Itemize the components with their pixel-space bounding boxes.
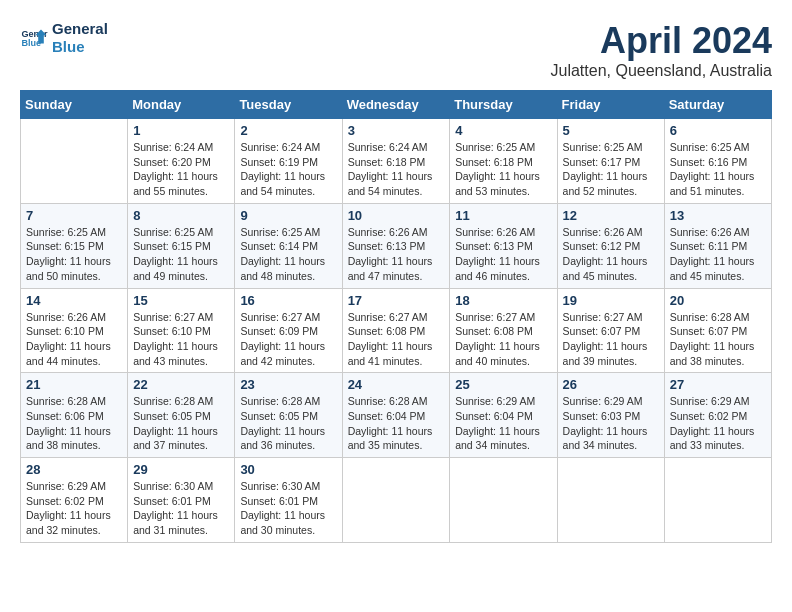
calendar-cell: 17Sunrise: 6:27 AM Sunset: 6:08 PM Dayli… (342, 288, 450, 373)
day-number: 14 (26, 293, 122, 308)
calendar-cell: 11Sunrise: 6:26 AM Sunset: 6:13 PM Dayli… (450, 203, 557, 288)
calendar-cell: 16Sunrise: 6:27 AM Sunset: 6:09 PM Dayli… (235, 288, 342, 373)
day-info: Sunrise: 6:24 AM Sunset: 6:20 PM Dayligh… (133, 140, 229, 199)
page-header: General Blue General Blue April 2024 Jul… (20, 20, 772, 80)
day-number: 8 (133, 208, 229, 223)
day-info: Sunrise: 6:28 AM Sunset: 6:05 PM Dayligh… (133, 394, 229, 453)
weekday-header-row: SundayMondayTuesdayWednesdayThursdayFrid… (21, 91, 772, 119)
svg-text:Blue: Blue (21, 38, 41, 48)
calendar-cell (664, 458, 771, 543)
calendar-cell: 6Sunrise: 6:25 AM Sunset: 6:16 PM Daylig… (664, 119, 771, 204)
day-info: Sunrise: 6:27 AM Sunset: 6:09 PM Dayligh… (240, 310, 336, 369)
day-info: Sunrise: 6:26 AM Sunset: 6:13 PM Dayligh… (455, 225, 551, 284)
day-info: Sunrise: 6:26 AM Sunset: 6:12 PM Dayligh… (563, 225, 659, 284)
logo: General Blue General Blue (20, 20, 108, 56)
day-info: Sunrise: 6:28 AM Sunset: 6:04 PM Dayligh… (348, 394, 445, 453)
calendar-week-3: 14Sunrise: 6:26 AM Sunset: 6:10 PM Dayli… (21, 288, 772, 373)
calendar-cell (557, 458, 664, 543)
day-number: 10 (348, 208, 445, 223)
calendar-cell: 8Sunrise: 6:25 AM Sunset: 6:15 PM Daylig… (128, 203, 235, 288)
day-info: Sunrise: 6:27 AM Sunset: 6:08 PM Dayligh… (455, 310, 551, 369)
calendar-cell (21, 119, 128, 204)
calendar-cell: 14Sunrise: 6:26 AM Sunset: 6:10 PM Dayli… (21, 288, 128, 373)
calendar-cell: 10Sunrise: 6:26 AM Sunset: 6:13 PM Dayli… (342, 203, 450, 288)
calendar-cell: 9Sunrise: 6:25 AM Sunset: 6:14 PM Daylig… (235, 203, 342, 288)
location: Julatten, Queensland, Australia (551, 62, 772, 80)
day-info: Sunrise: 6:24 AM Sunset: 6:19 PM Dayligh… (240, 140, 336, 199)
day-number: 27 (670, 377, 766, 392)
weekday-header-monday: Monday (128, 91, 235, 119)
day-info: Sunrise: 6:25 AM Sunset: 6:15 PM Dayligh… (133, 225, 229, 284)
day-info: Sunrise: 6:28 AM Sunset: 6:07 PM Dayligh… (670, 310, 766, 369)
day-number: 21 (26, 377, 122, 392)
calendar-cell: 22Sunrise: 6:28 AM Sunset: 6:05 PM Dayli… (128, 373, 235, 458)
calendar-cell: 28Sunrise: 6:29 AM Sunset: 6:02 PM Dayli… (21, 458, 128, 543)
day-number: 1 (133, 123, 229, 138)
day-number: 5 (563, 123, 659, 138)
calendar-cell: 26Sunrise: 6:29 AM Sunset: 6:03 PM Dayli… (557, 373, 664, 458)
day-number: 16 (240, 293, 336, 308)
logo-subtext: Blue (52, 38, 108, 56)
day-info: Sunrise: 6:25 AM Sunset: 6:14 PM Dayligh… (240, 225, 336, 284)
weekday-header-wednesday: Wednesday (342, 91, 450, 119)
logo-text: General (52, 20, 108, 38)
weekday-header-friday: Friday (557, 91, 664, 119)
day-info: Sunrise: 6:27 AM Sunset: 6:07 PM Dayligh… (563, 310, 659, 369)
day-info: Sunrise: 6:25 AM Sunset: 6:17 PM Dayligh… (563, 140, 659, 199)
calendar-cell: 18Sunrise: 6:27 AM Sunset: 6:08 PM Dayli… (450, 288, 557, 373)
day-number: 26 (563, 377, 659, 392)
day-number: 29 (133, 462, 229, 477)
day-number: 24 (348, 377, 445, 392)
day-number: 18 (455, 293, 551, 308)
calendar-cell: 7Sunrise: 6:25 AM Sunset: 6:15 PM Daylig… (21, 203, 128, 288)
day-number: 6 (670, 123, 766, 138)
calendar-cell: 3Sunrise: 6:24 AM Sunset: 6:18 PM Daylig… (342, 119, 450, 204)
calendar-week-5: 28Sunrise: 6:29 AM Sunset: 6:02 PM Dayli… (21, 458, 772, 543)
calendar-cell: 24Sunrise: 6:28 AM Sunset: 6:04 PM Dayli… (342, 373, 450, 458)
calendar-table: SundayMondayTuesdayWednesdayThursdayFrid… (20, 90, 772, 543)
calendar-cell: 19Sunrise: 6:27 AM Sunset: 6:07 PM Dayli… (557, 288, 664, 373)
day-number: 19 (563, 293, 659, 308)
day-number: 12 (563, 208, 659, 223)
day-info: Sunrise: 6:26 AM Sunset: 6:13 PM Dayligh… (348, 225, 445, 284)
logo-icon: General Blue (20, 24, 48, 52)
calendar-cell: 5Sunrise: 6:25 AM Sunset: 6:17 PM Daylig… (557, 119, 664, 204)
weekday-header-thursday: Thursday (450, 91, 557, 119)
calendar-cell: 13Sunrise: 6:26 AM Sunset: 6:11 PM Dayli… (664, 203, 771, 288)
weekday-header-saturday: Saturday (664, 91, 771, 119)
day-info: Sunrise: 6:29 AM Sunset: 6:04 PM Dayligh… (455, 394, 551, 453)
calendar-week-1: 1Sunrise: 6:24 AM Sunset: 6:20 PM Daylig… (21, 119, 772, 204)
day-info: Sunrise: 6:30 AM Sunset: 6:01 PM Dayligh… (240, 479, 336, 538)
day-number: 13 (670, 208, 766, 223)
day-number: 11 (455, 208, 551, 223)
day-number: 20 (670, 293, 766, 308)
day-number: 28 (26, 462, 122, 477)
calendar-cell: 27Sunrise: 6:29 AM Sunset: 6:02 PM Dayli… (664, 373, 771, 458)
calendar-week-2: 7Sunrise: 6:25 AM Sunset: 6:15 PM Daylig… (21, 203, 772, 288)
month-title: April 2024 (551, 20, 772, 62)
day-info: Sunrise: 6:27 AM Sunset: 6:10 PM Dayligh… (133, 310, 229, 369)
day-number: 23 (240, 377, 336, 392)
day-info: Sunrise: 6:29 AM Sunset: 6:02 PM Dayligh… (26, 479, 122, 538)
title-block: April 2024 Julatten, Queensland, Austral… (551, 20, 772, 80)
day-number: 17 (348, 293, 445, 308)
day-number: 15 (133, 293, 229, 308)
day-info: Sunrise: 6:25 AM Sunset: 6:18 PM Dayligh… (455, 140, 551, 199)
calendar-week-4: 21Sunrise: 6:28 AM Sunset: 6:06 PM Dayli… (21, 373, 772, 458)
day-number: 22 (133, 377, 229, 392)
calendar-cell: 30Sunrise: 6:30 AM Sunset: 6:01 PM Dayli… (235, 458, 342, 543)
calendar-cell: 1Sunrise: 6:24 AM Sunset: 6:20 PM Daylig… (128, 119, 235, 204)
calendar-cell: 2Sunrise: 6:24 AM Sunset: 6:19 PM Daylig… (235, 119, 342, 204)
day-number: 30 (240, 462, 336, 477)
day-info: Sunrise: 6:26 AM Sunset: 6:11 PM Dayligh… (670, 225, 766, 284)
day-info: Sunrise: 6:29 AM Sunset: 6:03 PM Dayligh… (563, 394, 659, 453)
calendar-cell: 4Sunrise: 6:25 AM Sunset: 6:18 PM Daylig… (450, 119, 557, 204)
day-info: Sunrise: 6:29 AM Sunset: 6:02 PM Dayligh… (670, 394, 766, 453)
day-info: Sunrise: 6:28 AM Sunset: 6:05 PM Dayligh… (240, 394, 336, 453)
day-info: Sunrise: 6:25 AM Sunset: 6:16 PM Dayligh… (670, 140, 766, 199)
day-info: Sunrise: 6:27 AM Sunset: 6:08 PM Dayligh… (348, 310, 445, 369)
day-number: 7 (26, 208, 122, 223)
calendar-cell: 25Sunrise: 6:29 AM Sunset: 6:04 PM Dayli… (450, 373, 557, 458)
weekday-header-tuesday: Tuesday (235, 91, 342, 119)
calendar-cell: 23Sunrise: 6:28 AM Sunset: 6:05 PM Dayli… (235, 373, 342, 458)
